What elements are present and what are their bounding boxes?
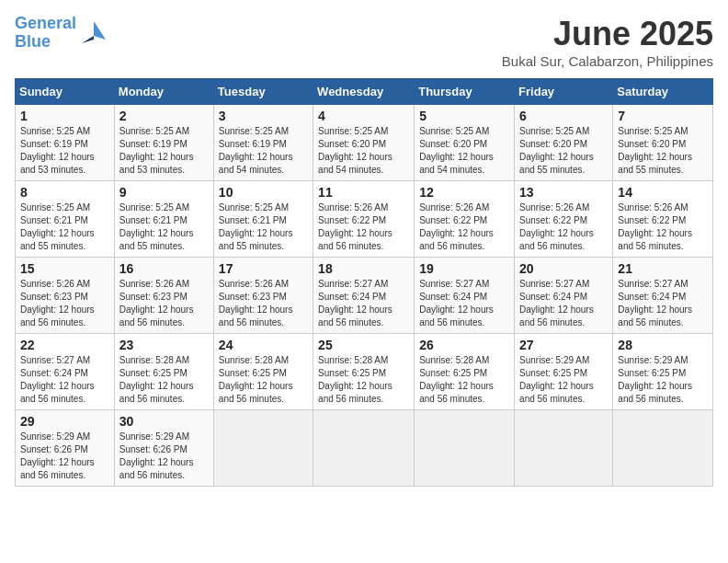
calendar-cell xyxy=(313,410,415,487)
day-number: 29 xyxy=(20,414,109,429)
calendar-cell: 4 Sunrise: 5:25 AMSunset: 6:20 PMDayligh… xyxy=(313,105,415,181)
day-info: Sunrise: 5:25 AMSunset: 6:21 PMDaylight:… xyxy=(119,202,194,251)
day-number: 7 xyxy=(618,109,708,123)
day-info: Sunrise: 5:28 AMSunset: 6:25 PMDaylight:… xyxy=(318,355,392,404)
day-info: Sunrise: 5:25 AMSunset: 6:19 PMDaylight:… xyxy=(20,126,95,175)
calendar-cell: 10 Sunrise: 5:25 AMSunset: 6:21 PMDaylig… xyxy=(213,181,313,258)
day-info: Sunrise: 5:26 AMSunset: 6:22 PMDaylight:… xyxy=(318,202,392,251)
calendar-cell: 17 Sunrise: 5:26 AMSunset: 6:23 PMDaylig… xyxy=(213,258,313,334)
calendar-cell: 7 Sunrise: 5:25 AMSunset: 6:20 PMDayligh… xyxy=(613,105,713,181)
calendar-cell: 29 Sunrise: 5:29 AMSunset: 6:26 PMDaylig… xyxy=(16,410,115,487)
day-number: 24 xyxy=(219,338,308,352)
calendar-cell: 13 Sunrise: 5:26 AMSunset: 6:22 PMDaylig… xyxy=(515,181,613,258)
calendar-cell xyxy=(515,410,613,487)
calendar-cell: 30 Sunrise: 5:29 AMSunset: 6:26 PMDaylig… xyxy=(114,410,213,487)
calendar-cell: 23 Sunrise: 5:28 AMSunset: 6:25 PMDaylig… xyxy=(114,334,213,410)
calendar-cell: 27 Sunrise: 5:29 AMSunset: 6:25 PMDaylig… xyxy=(515,334,613,410)
header-row: Sunday Monday Tuesday Wednesday Thursday… xyxy=(16,79,713,105)
day-info: Sunrise: 5:25 AMSunset: 6:20 PMDaylight:… xyxy=(519,126,594,175)
day-info: Sunrise: 5:27 AMSunset: 6:24 PMDaylight:… xyxy=(618,279,692,327)
day-number: 9 xyxy=(119,185,209,200)
day-info: Sunrise: 5:29 AMSunset: 6:25 PMDaylight:… xyxy=(519,355,594,404)
calendar-cell: 1 Sunrise: 5:25 AMSunset: 6:19 PMDayligh… xyxy=(16,105,115,181)
calendar-cell: 3 Sunrise: 5:25 AMSunset: 6:19 PMDayligh… xyxy=(213,105,313,181)
day-number: 28 xyxy=(618,338,708,352)
day-number: 3 xyxy=(219,109,308,123)
day-number: 25 xyxy=(318,338,409,352)
calendar-cell: 22 Sunrise: 5:27 AMSunset: 6:24 PMDaylig… xyxy=(16,334,115,410)
day-info: Sunrise: 5:25 AMSunset: 6:20 PMDaylight:… xyxy=(318,126,392,175)
day-number: 2 xyxy=(119,109,209,123)
calendar-cell: 26 Sunrise: 5:28 AMSunset: 6:25 PMDaylig… xyxy=(415,334,515,410)
calendar-cell: 20 Sunrise: 5:27 AMSunset: 6:24 PMDaylig… xyxy=(515,258,613,334)
day-number: 22 xyxy=(20,338,109,352)
calendar-cell: 5 Sunrise: 5:25 AMSunset: 6:20 PMDayligh… xyxy=(415,105,515,181)
day-info: Sunrise: 5:25 AMSunset: 6:21 PMDaylight:… xyxy=(20,202,95,251)
day-info: Sunrise: 5:26 AMSunset: 6:22 PMDaylight:… xyxy=(519,202,594,251)
calendar-cell xyxy=(213,410,313,487)
day-info: Sunrise: 5:29 AMSunset: 6:25 PMDaylight:… xyxy=(618,355,692,404)
day-number: 15 xyxy=(20,261,109,276)
day-number: 16 xyxy=(119,261,209,276)
day-number: 23 xyxy=(119,338,209,352)
col-tuesday: Tuesday xyxy=(213,79,313,105)
day-info: Sunrise: 5:25 AMSunset: 6:20 PMDaylight:… xyxy=(618,126,692,175)
calendar-cell xyxy=(415,410,515,487)
day-info: Sunrise: 5:26 AMSunset: 6:23 PMDaylight:… xyxy=(20,279,95,327)
day-number: 13 xyxy=(519,185,608,200)
day-info: Sunrise: 5:25 AMSunset: 6:19 PMDaylight:… xyxy=(119,126,194,175)
calendar-week-4: 22 Sunrise: 5:27 AMSunset: 6:24 PMDaylig… xyxy=(16,334,713,410)
day-number: 20 xyxy=(519,261,608,276)
day-info: Sunrise: 5:25 AMSunset: 6:20 PMDaylight:… xyxy=(419,126,494,175)
calendar-cell: 24 Sunrise: 5:28 AMSunset: 6:25 PMDaylig… xyxy=(213,334,313,410)
day-info: Sunrise: 5:27 AMSunset: 6:24 PMDaylight:… xyxy=(419,279,494,327)
day-info: Sunrise: 5:28 AMSunset: 6:25 PMDaylight:… xyxy=(119,355,194,404)
logo: GeneralBlue xyxy=(15,15,108,52)
day-number: 11 xyxy=(318,185,409,200)
calendar-cell: 19 Sunrise: 5:27 AMSunset: 6:24 PMDaylig… xyxy=(415,258,515,334)
day-number: 5 xyxy=(419,109,509,123)
day-number: 17 xyxy=(219,261,308,276)
day-number: 4 xyxy=(318,109,409,123)
day-number: 26 xyxy=(419,338,509,352)
calendar-cell: 14 Sunrise: 5:26 AMSunset: 6:22 PMDaylig… xyxy=(613,181,713,258)
day-info: Sunrise: 5:27 AMSunset: 6:24 PMDaylight:… xyxy=(20,355,95,404)
col-saturday: Saturday xyxy=(613,79,713,105)
day-info: Sunrise: 5:26 AMSunset: 6:23 PMDaylight:… xyxy=(219,279,293,327)
day-number: 21 xyxy=(618,261,708,276)
day-info: Sunrise: 5:26 AMSunset: 6:22 PMDaylight:… xyxy=(618,202,692,251)
day-info: Sunrise: 5:26 AMSunset: 6:22 PMDaylight:… xyxy=(419,202,494,251)
day-info: Sunrise: 5:27 AMSunset: 6:24 PMDaylight:… xyxy=(519,279,594,327)
calendar-cell: 12 Sunrise: 5:26 AMSunset: 6:22 PMDaylig… xyxy=(415,181,515,258)
svg-marker-0 xyxy=(94,21,106,40)
day-info: Sunrise: 5:26 AMSunset: 6:23 PMDaylight:… xyxy=(119,279,194,327)
logo-text: GeneralBlue xyxy=(15,15,76,52)
day-info: Sunrise: 5:25 AMSunset: 6:19 PMDaylight:… xyxy=(219,126,293,175)
calendar-week-1: 1 Sunrise: 5:25 AMSunset: 6:19 PMDayligh… xyxy=(16,105,713,181)
day-info: Sunrise: 5:28 AMSunset: 6:25 PMDaylight:… xyxy=(219,355,293,404)
col-friday: Friday xyxy=(515,79,613,105)
day-number: 6 xyxy=(519,109,608,123)
day-info: Sunrise: 5:29 AMSunset: 6:26 PMDaylight:… xyxy=(20,431,95,480)
logo-icon xyxy=(80,19,108,47)
calendar-cell: 16 Sunrise: 5:26 AMSunset: 6:23 PMDaylig… xyxy=(114,258,213,334)
calendar-week-5: 29 Sunrise: 5:29 AMSunset: 6:26 PMDaylig… xyxy=(16,410,713,487)
calendar-cell: 28 Sunrise: 5:29 AMSunset: 6:25 PMDaylig… xyxy=(613,334,713,410)
header: GeneralBlue June 2025 Bukal Sur, Calabar… xyxy=(15,15,713,69)
calendar-body: 1 Sunrise: 5:25 AMSunset: 6:19 PMDayligh… xyxy=(16,105,713,487)
calendar-cell: 11 Sunrise: 5:26 AMSunset: 6:22 PMDaylig… xyxy=(313,181,415,258)
calendar-cell: 9 Sunrise: 5:25 AMSunset: 6:21 PMDayligh… xyxy=(114,181,213,258)
calendar-week-3: 15 Sunrise: 5:26 AMSunset: 6:23 PMDaylig… xyxy=(16,258,713,334)
calendar-cell: 21 Sunrise: 5:27 AMSunset: 6:24 PMDaylig… xyxy=(613,258,713,334)
calendar-subtitle: Bukal Sur, Calabarzon, Philippines xyxy=(502,53,713,69)
calendar-cell: 15 Sunrise: 5:26 AMSunset: 6:23 PMDaylig… xyxy=(16,258,115,334)
calendar-cell: 6 Sunrise: 5:25 AMSunset: 6:20 PMDayligh… xyxy=(515,105,613,181)
day-number: 14 xyxy=(618,185,708,200)
col-sunday: Sunday xyxy=(16,79,115,105)
calendar-cell: 8 Sunrise: 5:25 AMSunset: 6:21 PMDayligh… xyxy=(16,181,115,258)
day-number: 8 xyxy=(20,185,109,200)
day-number: 30 xyxy=(119,414,209,429)
day-number: 27 xyxy=(519,338,608,352)
col-thursday: Thursday xyxy=(415,79,515,105)
day-number: 1 xyxy=(20,109,109,123)
